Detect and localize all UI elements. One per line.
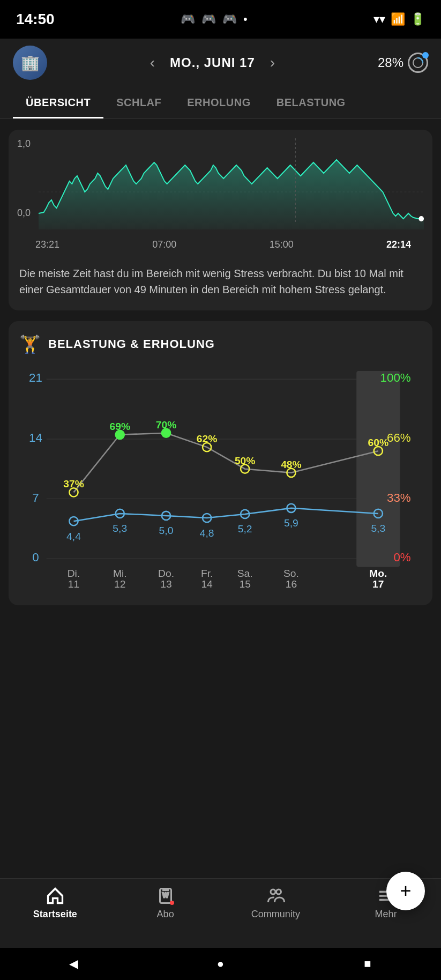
svg-text:16: 16 — [286, 578, 297, 590]
svg-text:50%: 50% — [235, 455, 256, 466]
abo-notification-dot — [170, 901, 174, 905]
load-card-title: BELASTUNG & ERHOLUNG — [48, 337, 215, 351]
back-icon: ◀ — [69, 957, 78, 971]
svg-text:100%: 100% — [380, 371, 411, 384]
svg-text:W: W — [162, 892, 169, 899]
status-time: 14:50 — [16, 11, 55, 28]
nav-mehr-label: Mehr — [375, 909, 397, 920]
app-header: 🏢 ‹ MO., JUNI 17 › 28% — [0, 39, 441, 87]
svg-text:33%: 33% — [387, 491, 411, 504]
stress-description: Die meiste Zeit hast du im Bereich mit w… — [9, 255, 432, 310]
svg-text:70%: 70% — [156, 419, 177, 430]
android-home-button[interactable]: ● — [210, 953, 231, 975]
svg-text:14: 14 — [201, 578, 213, 590]
nav-abo-label: Abo — [157, 909, 174, 920]
people-icon — [266, 886, 285, 905]
stress-x-label-1: 07:00 — [152, 239, 176, 250]
svg-text:60%: 60% — [368, 437, 389, 448]
svg-text:66%: 66% — [387, 431, 411, 444]
svg-text:5,9: 5,9 — [284, 517, 298, 529]
android-navigation-bar: ◀ ● ■ — [0, 948, 441, 980]
svg-text:69%: 69% — [109, 421, 130, 432]
svg-point-3 — [418, 216, 424, 221]
stress-x-labels: 23:21 07:00 15:00 22:14 — [9, 235, 432, 255]
stress-chart-card: 1,0 0,0 23:21 07:00 15:00 — [9, 130, 432, 310]
load-chart-svg: 21 14 7 0 100% 66% 33% 0% 37% 69% 70 — [19, 367, 422, 592]
svg-text:12: 12 — [114, 578, 125, 590]
avatar[interactable]: 🏢 — [13, 46, 47, 80]
battery-icon: 🔋 — [410, 12, 425, 26]
battery-dot — [422, 52, 429, 58]
load-chart-container: 21 14 7 0 100% 66% 33% 0% 37% 69% 70 — [19, 367, 422, 592]
stress-y-max: 1,0 — [17, 138, 31, 150]
stress-y-min: 0,0 — [17, 207, 31, 219]
tab-belastung[interactable]: BELASTUNG — [264, 87, 358, 118]
svg-text:5,0: 5,0 — [159, 525, 174, 536]
nav-startseite[interactable]: Startseite — [0, 886, 110, 920]
stress-x-label-2: 15:00 — [270, 239, 294, 250]
svg-point-61 — [271, 889, 275, 894]
nav-community-label: Community — [251, 909, 300, 920]
tab-ubersicht[interactable]: ÜBERSICHT — [13, 87, 103, 118]
svg-text:5,3: 5,3 — [371, 523, 385, 534]
load-card-title-row: 🏋 BELASTUNG & ERHOLUNG — [19, 334, 422, 354]
svg-text:62%: 62% — [197, 433, 218, 444]
nav-community[interactable]: Community — [221, 886, 331, 920]
battery-percentage: 28% — [378, 53, 428, 73]
stress-x-label-0: 23:21 — [35, 239, 59, 250]
signal-icon: 📶 — [391, 12, 405, 26]
current-date: MO., JUNI 17 — [170, 55, 255, 70]
game-icon-1: 🎮 — [181, 12, 195, 26]
load-card-icon: 🏋 — [19, 334, 41, 354]
svg-text:0: 0 — [32, 551, 39, 564]
tab-schlaf[interactable]: SCHLAF — [103, 87, 174, 118]
nav-startseite-label: Startseite — [33, 909, 77, 920]
svg-text:37%: 37% — [63, 478, 84, 489]
android-recent-button[interactable]: ■ — [357, 953, 378, 975]
svg-text:48%: 48% — [281, 459, 302, 470]
prev-date-button[interactable]: ‹ — [146, 50, 159, 76]
svg-text:Fr.: Fr. — [201, 568, 213, 579]
next-date-button[interactable]: › — [266, 50, 279, 76]
navigation-tabs: ÜBERSICHT SCHLAF ERHOLUNG BELASTUNG — [0, 87, 441, 119]
game-icon-2: 🎮 — [201, 12, 216, 26]
date-navigation: ‹ MO., JUNI 17 › — [146, 50, 279, 76]
svg-text:Do.: Do. — [158, 568, 174, 579]
fab-button[interactable]: + — [386, 872, 425, 910]
svg-text:13: 13 — [160, 578, 171, 590]
svg-text:5,3: 5,3 — [113, 523, 127, 534]
status-bar: 14:50 🎮 🎮 🎮 • ▾▾ 📶 🔋 — [0, 0, 441, 39]
wifi-icon: ▾▾ — [373, 12, 385, 26]
svg-text:Sa.: Sa. — [237, 568, 253, 579]
fab-icon: + — [400, 880, 411, 902]
svg-text:So.: So. — [283, 568, 299, 579]
android-back-button[interactable]: ◀ — [63, 953, 84, 975]
svg-text:4,8: 4,8 — [200, 528, 214, 539]
svg-text:5,2: 5,2 — [238, 523, 252, 534]
nav-abo[interactable]: W Abo — [110, 886, 221, 920]
stress-chart-area: 1,0 0,0 — [9, 130, 432, 235]
svg-text:7: 7 — [32, 491, 39, 504]
bottom-navigation: Startseite W Abo Community Mehr — [0, 878, 441, 948]
svg-text:Mi.: Mi. — [113, 568, 127, 579]
svg-text:17: 17 — [372, 578, 384, 590]
tab-erholung[interactable]: ERHOLUNG — [174, 87, 263, 118]
svg-text:11: 11 — [68, 578, 79, 590]
battery-chart-icon — [412, 56, 424, 69]
status-icons: 🎮 🎮 🎮 • — [181, 12, 248, 26]
status-dot: • — [243, 12, 248, 26]
battery-widget — [408, 53, 428, 73]
svg-text:14: 14 — [29, 431, 42, 444]
load-card: 🏋 BELASTUNG & ERHOLUNG 21 14 7 0 100% 66… — [9, 321, 432, 605]
stress-x-label-3: 22:14 — [386, 239, 411, 250]
svg-text:0%: 0% — [393, 551, 410, 564]
svg-rect-4 — [356, 371, 400, 567]
svg-text:Di.: Di. — [68, 568, 80, 579]
battery-pct-text: 28% — [378, 55, 403, 70]
svg-text:Mo.: Mo. — [369, 568, 387, 579]
svg-text:4,4: 4,4 — [66, 531, 81, 542]
recent-icon: ■ — [364, 957, 371, 971]
status-right-icons: ▾▾ 📶 🔋 — [373, 12, 425, 26]
home-circle-icon: ● — [217, 957, 224, 971]
svg-text:15: 15 — [239, 578, 250, 590]
